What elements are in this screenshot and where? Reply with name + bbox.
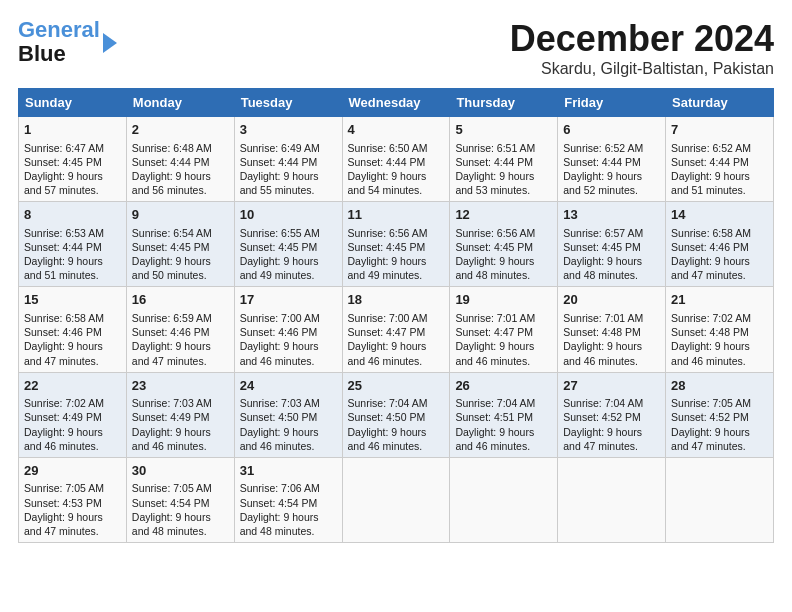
day-info: Sunrise: 7:01 AM [455,311,552,325]
day-info: and 47 minutes. [132,354,229,368]
day-info: Sunset: 4:44 PM [240,155,337,169]
day-info: Daylight: 9 hours [240,510,337,524]
day-number: 8 [24,206,121,224]
day-info: Daylight: 9 hours [132,339,229,353]
calendar-cell: 4Sunrise: 6:50 AMSunset: 4:44 PMDaylight… [342,117,450,202]
calendar-cell: 1Sunrise: 6:47 AMSunset: 4:45 PMDaylight… [19,117,127,202]
day-info: Sunrise: 6:54 AM [132,226,229,240]
column-header-saturday: Saturday [666,89,774,117]
calendar-cell: 17Sunrise: 7:00 AMSunset: 4:46 PMDayligh… [234,287,342,372]
day-number: 6 [563,121,660,139]
calendar-cell: 12Sunrise: 6:56 AMSunset: 4:45 PMDayligh… [450,202,558,287]
day-info: Sunset: 4:45 PM [132,240,229,254]
day-info: Daylight: 9 hours [671,425,768,439]
day-number: 26 [455,377,552,395]
day-info: Sunrise: 6:47 AM [24,141,121,155]
day-info: Sunset: 4:49 PM [24,410,121,424]
day-info: and 46 minutes. [671,354,768,368]
day-number: 30 [132,462,229,480]
day-info: Sunrise: 6:55 AM [240,226,337,240]
day-info: Sunrise: 7:01 AM [563,311,660,325]
calendar-cell: 25Sunrise: 7:04 AMSunset: 4:50 PMDayligh… [342,372,450,457]
day-info: Sunrise: 6:50 AM [348,141,445,155]
calendar-cell: 20Sunrise: 7:01 AMSunset: 4:48 PMDayligh… [558,287,666,372]
day-number: 20 [563,291,660,309]
calendar-table: SundayMondayTuesdayWednesdayThursdayFrid… [18,88,774,543]
day-info: Sunrise: 7:03 AM [240,396,337,410]
calendar-cell: 7Sunrise: 6:52 AMSunset: 4:44 PMDaylight… [666,117,774,202]
header-row: SundayMondayTuesdayWednesdayThursdayFrid… [19,89,774,117]
day-info: Daylight: 9 hours [240,339,337,353]
day-info: Sunrise: 7:05 AM [132,481,229,495]
calendar-cell: 29Sunrise: 7:05 AMSunset: 4:53 PMDayligh… [19,457,127,542]
day-info: and 47 minutes. [671,439,768,453]
day-number: 10 [240,206,337,224]
day-info: Sunrise: 7:02 AM [24,396,121,410]
day-info: Sunrise: 7:05 AM [671,396,768,410]
day-info: Sunset: 4:45 PM [24,155,121,169]
day-info: Sunset: 4:45 PM [455,240,552,254]
day-info: Sunset: 4:53 PM [24,496,121,510]
day-number: 9 [132,206,229,224]
day-number: 31 [240,462,337,480]
column-header-sunday: Sunday [19,89,127,117]
column-header-friday: Friday [558,89,666,117]
day-info: Sunset: 4:44 PM [24,240,121,254]
day-number: 1 [24,121,121,139]
column-header-wednesday: Wednesday [342,89,450,117]
day-number: 22 [24,377,121,395]
day-info: Daylight: 9 hours [24,254,121,268]
day-info: and 46 minutes. [348,439,445,453]
day-info: Sunset: 4:45 PM [563,240,660,254]
day-info: and 51 minutes. [24,268,121,282]
day-number: 16 [132,291,229,309]
calendar-cell: 5Sunrise: 6:51 AMSunset: 4:44 PMDaylight… [450,117,558,202]
day-info: and 46 minutes. [240,354,337,368]
logo-text-block: General Blue [18,18,117,66]
day-info: and 48 minutes. [455,268,552,282]
logo-blue: Blue [18,41,66,66]
week-row: 22Sunrise: 7:02 AMSunset: 4:49 PMDayligh… [19,372,774,457]
day-info: Daylight: 9 hours [563,339,660,353]
day-info: Sunrise: 6:56 AM [455,226,552,240]
day-info: and 51 minutes. [671,183,768,197]
day-number: 7 [671,121,768,139]
column-header-thursday: Thursday [450,89,558,117]
week-row: 15Sunrise: 6:58 AMSunset: 4:46 PMDayligh… [19,287,774,372]
day-info: Sunset: 4:46 PM [132,325,229,339]
day-info: and 46 minutes. [132,439,229,453]
day-info: and 46 minutes. [348,354,445,368]
logo-general: General [18,17,100,42]
day-info: and 46 minutes. [240,439,337,453]
day-info: Sunset: 4:45 PM [348,240,445,254]
day-info: and 49 minutes. [240,268,337,282]
calendar-cell [558,457,666,542]
day-info: Daylight: 9 hours [348,339,445,353]
day-info: and 53 minutes. [455,183,552,197]
day-info: and 46 minutes. [563,354,660,368]
day-info: and 47 minutes. [24,354,121,368]
calendar-cell: 3Sunrise: 6:49 AMSunset: 4:44 PMDaylight… [234,117,342,202]
calendar-cell [450,457,558,542]
day-info: Daylight: 9 hours [671,169,768,183]
day-number: 3 [240,121,337,139]
day-number: 28 [671,377,768,395]
day-number: 17 [240,291,337,309]
day-info: and 48 minutes. [132,524,229,538]
day-number: 21 [671,291,768,309]
day-info: Daylight: 9 hours [24,510,121,524]
calendar-cell: 18Sunrise: 7:00 AMSunset: 4:47 PMDayligh… [342,287,450,372]
day-info: and 48 minutes. [240,524,337,538]
day-info: Sunset: 4:46 PM [671,240,768,254]
calendar-cell: 8Sunrise: 6:53 AMSunset: 4:44 PMDaylight… [19,202,127,287]
day-info: Sunset: 4:44 PM [671,155,768,169]
day-info: and 47 minutes. [671,268,768,282]
day-info: Daylight: 9 hours [563,425,660,439]
day-number: 14 [671,206,768,224]
day-info: Sunrise: 6:51 AM [455,141,552,155]
calendar-cell: 23Sunrise: 7:03 AMSunset: 4:49 PMDayligh… [126,372,234,457]
day-info: Sunrise: 6:57 AM [563,226,660,240]
day-info: Sunrise: 7:02 AM [671,311,768,325]
calendar-cell: 10Sunrise: 6:55 AMSunset: 4:45 PMDayligh… [234,202,342,287]
day-info: Daylight: 9 hours [240,425,337,439]
